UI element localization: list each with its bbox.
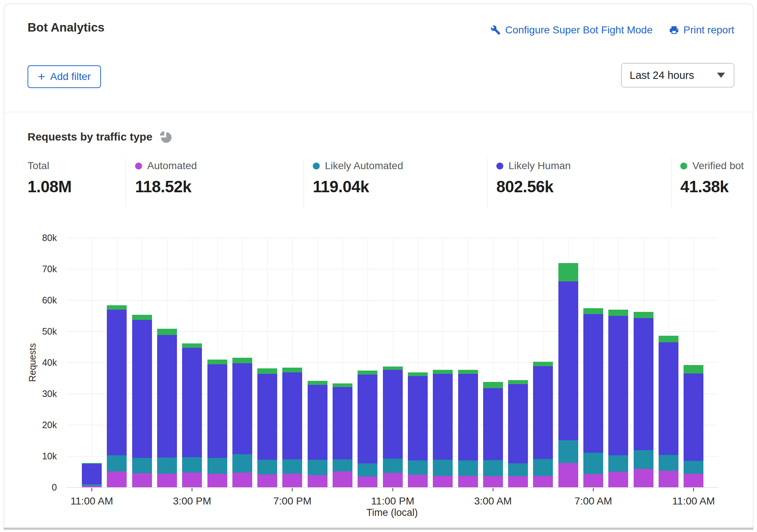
x-tick-label: 11:00 AM: [672, 495, 715, 507]
bar-segment-likely-human: [207, 364, 227, 458]
bar-segment-verified-bot: [659, 336, 678, 342]
y-tick-label: 0: [15, 482, 57, 493]
bar-segment-likely-automated: [207, 458, 227, 474]
bar-segment-likely-automated: [182, 457, 202, 473]
bar-group-hour-20[interactable]: [583, 308, 603, 487]
bar-segment-likely-automated: [408, 460, 428, 475]
bar-segment-verified-bot: [508, 380, 528, 384]
y-tick-label: 50k: [15, 326, 57, 337]
bar-segment-likely-human: [157, 335, 177, 458]
bar-segment-verified-bot: [458, 370, 478, 374]
bar-segment-likely-automated: [257, 460, 277, 474]
bar-segment-verified-bot: [207, 360, 227, 364]
y-tick-label: 10k: [15, 451, 57, 462]
bar-segment-likely-human: [82, 464, 102, 484]
bar-segment-likely-human: [583, 314, 603, 452]
x-tick-mark: [91, 488, 92, 491]
likely-automated-legend-dot: [313, 163, 320, 170]
stat-divider: [125, 158, 126, 208]
bar-group-hour-2[interactable]: [132, 315, 152, 487]
stat-likely-human[interactable]: Likely Human 802.56k: [496, 160, 571, 196]
bar-segment-automated: [684, 474, 703, 487]
bar-group-hour-0[interactable]: [82, 463, 102, 487]
bar-group-hour-1[interactable]: [107, 305, 127, 487]
bar-group-hour-19[interactable]: [558, 263, 578, 487]
bar-segment-verified-bot: [383, 367, 403, 370]
bar-group-hour-22[interactable]: [634, 312, 653, 487]
bar-group-hour-24[interactable]: [684, 365, 703, 487]
bar-group-hour-11[interactable]: [358, 371, 377, 487]
print-report-link[interactable]: Print report: [669, 24, 735, 36]
configure-super-bot-fight-mode-link[interactable]: Configure Super Bot Fight Mode: [490, 24, 653, 36]
stat-verified-bot[interactable]: Verified bot 41.38k: [680, 160, 744, 196]
page-title: Bot Analytics: [28, 21, 105, 34]
bar-group-hour-9[interactable]: [308, 381, 327, 487]
bar-group-hour-6[interactable]: [232, 358, 252, 487]
bar-segment-verified-bot: [333, 383, 352, 387]
bar-segment-likely-human: [608, 316, 628, 456]
bar-segment-verified-bot: [282, 368, 302, 373]
bar-segment-likely-automated: [684, 461, 703, 474]
bar-segment-automated: [608, 472, 628, 488]
bar-group-hour-17[interactable]: [508, 380, 528, 487]
bar-group-hour-14[interactable]: [433, 370, 453, 487]
bar-segment-likely-automated: [232, 454, 252, 473]
next-section-edge: [4, 528, 753, 530]
bar-segment-likely-human: [232, 363, 252, 454]
add-filter-button[interactable]: + Add filter: [28, 65, 101, 88]
bar-segment-likely-automated: [358, 463, 377, 477]
bar-group-hour-21[interactable]: [608, 310, 628, 487]
bar-segment-likely-automated: [333, 459, 352, 471]
bar-group-hour-18[interactable]: [533, 362, 553, 487]
bar-group-hour-8[interactable]: [282, 368, 302, 487]
stat-total[interactable]: Total 1.08M: [28, 160, 72, 196]
x-tick-mark: [693, 488, 694, 491]
x-tick-mark: [292, 488, 293, 491]
stat-likely-human-label: Likely Human: [508, 160, 571, 172]
bar-segment-verified-bot: [408, 372, 428, 376]
bar-segment-automated: [107, 471, 127, 487]
stat-automated[interactable]: Automated 118.52k: [135, 160, 197, 196]
bar-segment-likely-automated: [433, 460, 453, 475]
print-link-label: Print report: [684, 24, 735, 36]
bar-segment-verified-bot: [634, 312, 653, 318]
bar-segment-automated: [408, 475, 428, 487]
bar-group-hour-7[interactable]: [257, 368, 277, 487]
bar-segment-automated: [232, 473, 252, 487]
bar-segment-likely-human: [107, 310, 127, 455]
bar-segment-automated: [358, 477, 377, 487]
configure-link-label: Configure Super Bot Fight Mode: [505, 24, 653, 36]
bar-group-hour-13[interactable]: [408, 372, 428, 487]
bar-segment-verified-bot: [308, 381, 327, 385]
bar-segment-likely-human: [483, 388, 503, 460]
time-range-select[interactable]: Last 24 hours: [621, 63, 734, 87]
bar-segment-likely-automated: [583, 453, 603, 474]
bar-segment-verified-bot: [358, 371, 377, 375]
bar-segment-automated: [257, 474, 277, 487]
bar-segment-verified-bot: [433, 370, 453, 374]
gridline-x: [92, 238, 92, 487]
bar-segment-likely-human: [282, 372, 302, 459]
stat-likely-automated[interactable]: Likely Automated 119.04k: [313, 160, 403, 196]
bar-segment-likely-automated: [458, 460, 478, 476]
bar-group-hour-5[interactable]: [207, 360, 227, 487]
bar-segment-likely-human: [383, 370, 403, 458]
bar-group-hour-10[interactable]: [333, 383, 352, 487]
bar-segment-automated: [458, 476, 478, 487]
bar-segment-verified-bot: [483, 382, 503, 388]
bar-segment-likely-human: [558, 281, 578, 440]
bar-segment-automated: [182, 473, 202, 487]
bar-group-hour-23[interactable]: [659, 336, 678, 487]
bar-group-hour-3[interactable]: [157, 329, 177, 487]
bar-segment-automated: [333, 471, 352, 487]
bar-segment-automated: [483, 476, 503, 487]
stat-likely-human-value: 802.56k: [496, 178, 571, 196]
bar-segment-likely-automated: [308, 460, 327, 475]
bar-group-hour-12[interactable]: [383, 367, 403, 487]
y-axis-title: Requests: [27, 343, 38, 382]
bar-group-hour-15[interactable]: [458, 370, 478, 487]
bar-segment-verified-bot: [257, 368, 277, 374]
bar-group-hour-16[interactable]: [483, 382, 503, 487]
bar-segment-verified-bot: [608, 310, 628, 316]
bar-group-hour-4[interactable]: [182, 343, 202, 487]
